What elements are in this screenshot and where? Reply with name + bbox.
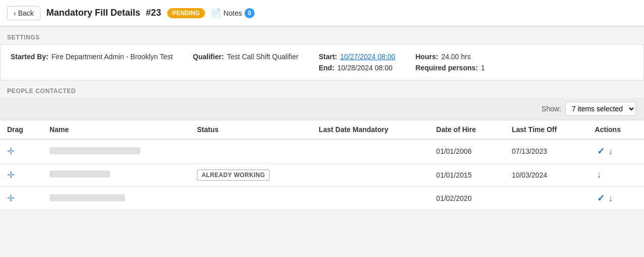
started-by-value: Fire Department Admin - Brooklyn Test — [52, 53, 173, 61]
status-cell — [190, 187, 312, 210]
started-by-field: Started By: Fire Department Admin - Broo… — [11, 53, 173, 61]
col-last-date-mandatory: Last Date Mandatory — [312, 120, 429, 140]
notes-button[interactable]: 📄 Notes 0 — [211, 8, 255, 18]
status-cell — [190, 139, 312, 163]
drag-icon[interactable]: ✛ — [7, 169, 15, 181]
actions-cell: ✓↓ — [588, 139, 644, 163]
top-bar: ‹ Back Mandatory Fill Details #23 PENDIN… — [0, 0, 644, 26]
start-label: Start: — [319, 53, 337, 61]
download-action-button[interactable]: ↓ — [607, 192, 615, 205]
date-of-hire-cell: 01/02/2020 — [429, 187, 505, 210]
col-actions: Actions — [588, 120, 644, 140]
check-action-button[interactable]: ✓ — [595, 145, 607, 158]
notes-count-badge: 0 — [244, 8, 255, 18]
table-row: ✛ALREADY WORKING01/01/201510/03/2024↓ — [0, 163, 644, 187]
pending-badge: PENDING — [167, 8, 205, 18]
last-date-mandatory-cell — [312, 139, 429, 163]
page-title: Mandatory Fill Details #23 — [46, 8, 161, 18]
name-cell — [42, 139, 190, 163]
settings-card: Started By: Fire Department Admin - Broo… — [0, 44, 644, 80]
drag-icon[interactable]: ✛ — [7, 146, 15, 157]
start-end-field: Start: 10/27/2024 08:00 End: 10/28/2024 … — [319, 53, 395, 72]
last-time-off-cell: 10/03/2024 — [505, 163, 587, 187]
people-section-label: PEOPLE CONTACTED — [0, 80, 644, 98]
show-bar: Show: 7 items selected — [0, 98, 644, 120]
notes-document-icon: 📄 — [211, 8, 221, 18]
name-cell — [42, 163, 190, 187]
name-placeholder — [49, 170, 110, 178]
date-of-hire-cell: 01/01/2006 — [429, 139, 505, 163]
last-date-mandatory-cell — [312, 187, 429, 210]
date-of-hire-cell: 01/01/2015 — [429, 163, 505, 187]
last-date-mandatory-cell — [312, 163, 429, 187]
back-label: Back — [18, 9, 34, 17]
col-name: Name — [42, 120, 190, 140]
download-action-button[interactable]: ↓ — [607, 145, 615, 158]
name-cell — [42, 187, 190, 210]
col-status: Status — [190, 120, 312, 140]
settings-section-label: SETTINGS — [0, 27, 644, 44]
people-table: Drag Name Status Last Date Mandatory Dat… — [0, 120, 644, 210]
last-time-off-cell — [505, 187, 587, 210]
start-value[interactable]: 10/27/2024 08:00 — [340, 53, 395, 61]
show-label: Show: — [541, 105, 561, 113]
started-by-label: Started By: — [11, 53, 48, 61]
name-placeholder — [49, 194, 125, 201]
actions-cell: ↓ — [588, 163, 644, 187]
col-last-time-off: Last Time Off — [505, 120, 587, 140]
back-arrow-icon: ‹ — [14, 9, 16, 17]
last-time-off-cell: 07/13/2023 — [505, 139, 587, 163]
required-persons-label: Required persons: — [416, 64, 478, 72]
qualifier-field: Qualifier: Test Call Shift Qualifier — [193, 53, 299, 61]
drag-cell: ✛ — [0, 187, 42, 210]
hours-value: 24.00 hrs — [441, 53, 471, 61]
drag-cell: ✛ — [0, 163, 42, 187]
required-persons-value: 1 — [481, 64, 485, 72]
table-row: ✛01/01/200607/13/2023✓↓ — [0, 139, 644, 163]
table-header-row: Drag Name Status Last Date Mandatory Dat… — [0, 120, 644, 140]
end-value: 10/28/2024 08:00 — [337, 64, 392, 72]
status-cell: ALREADY WORKING — [190, 163, 312, 187]
hours-persons-field: Hours: 24.00 hrs Required persons: 1 — [416, 53, 485, 72]
back-button[interactable]: ‹ Back — [7, 6, 40, 20]
name-placeholder — [49, 147, 140, 154]
end-label: End: — [319, 64, 334, 72]
drag-icon[interactable]: ✛ — [7, 193, 15, 204]
col-drag: Drag — [0, 120, 42, 140]
qualifier-value: Test Call Shift Qualifier — [227, 53, 299, 61]
download-action-button[interactable]: ↓ — [595, 168, 604, 181]
qualifier-label: Qualifier: — [193, 53, 224, 61]
table-row: ✛01/02/2020✓↓ — [0, 187, 644, 210]
people-section: PEOPLE CONTACTED Show: 7 items selected … — [0, 80, 644, 210]
items-select[interactable]: 7 items selected — [565, 102, 636, 116]
drag-cell: ✛ — [0, 139, 42, 163]
notes-label: Notes — [224, 9, 242, 17]
actions-cell: ✓↓ — [588, 187, 644, 210]
status-badge: ALREADY WORKING — [197, 169, 270, 181]
col-date-of-hire: Date of Hire — [429, 120, 505, 140]
check-action-button[interactable]: ✓ — [595, 192, 607, 205]
hours-label: Hours: — [416, 53, 438, 61]
